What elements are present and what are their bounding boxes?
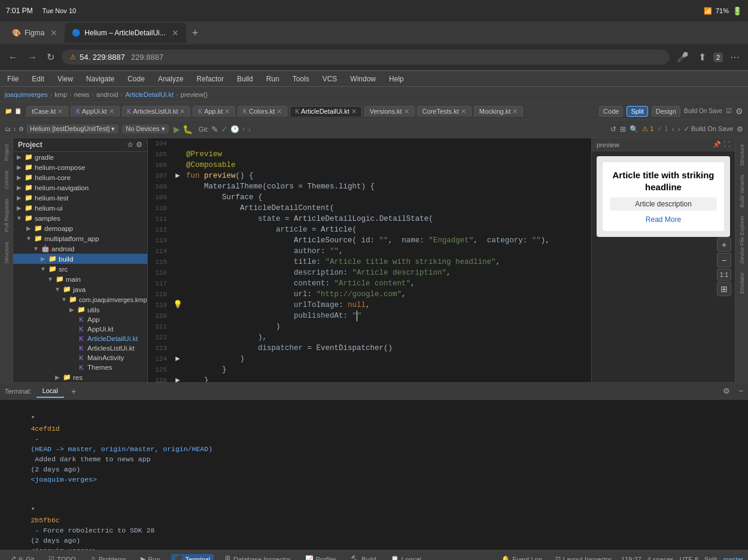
design-view-btn[interactable]: Design bbox=[652, 106, 680, 117]
sync-icon[interactable]: ↕ bbox=[13, 126, 16, 132]
tree-item-build[interactable]: ▶ 📁 build bbox=[13, 254, 147, 264]
settings-icon[interactable]: ⚙ bbox=[735, 106, 743, 116]
tree-item-helium-ui[interactable]: ▶ 📁 helium-ui bbox=[13, 203, 147, 213]
inspect-icon[interactable]: 🔍 bbox=[630, 125, 638, 133]
menu-file[interactable]: File bbox=[5, 74, 21, 84]
git-history-icon[interactable]: 🕐 bbox=[230, 125, 239, 133]
breadcrumb-file[interactable]: ArticleDetailUi.kt bbox=[125, 91, 174, 98]
more-button[interactable]: ⋯ bbox=[728, 49, 742, 65]
breadcrumb-root[interactable]: joaquimverges bbox=[5, 91, 48, 98]
debug-button[interactable]: 🐛 bbox=[183, 124, 193, 134]
menu-edit[interactable]: Edit bbox=[29, 74, 47, 84]
run-button[interactable]: ▶ bbox=[174, 124, 180, 134]
menu-vcs[interactable]: VCS bbox=[320, 74, 340, 84]
preview-expand-icon[interactable]: ⛶ bbox=[723, 141, 730, 148]
tab-mocking-close[interactable]: ✕ bbox=[512, 108, 518, 115]
logcat-status-item[interactable]: 📋 Logcat bbox=[387, 554, 425, 560]
share-button[interactable]: ⬆ bbox=[696, 49, 709, 65]
tab-appui[interactable]: K AppUi.kt ✕ bbox=[71, 106, 119, 117]
tab-versions-close[interactable]: ✕ bbox=[404, 108, 409, 115]
git-branch[interactable]: master bbox=[723, 556, 743, 561]
tab-case[interactable]: tCase.kt ✕ bbox=[26, 106, 68, 117]
menu-run[interactable]: Run bbox=[264, 74, 282, 84]
git-check-icon[interactable]: ✓ bbox=[221, 124, 228, 134]
emulator-icon[interactable]: Emulator bbox=[738, 269, 746, 297]
menu-help[interactable]: Help bbox=[387, 74, 406, 84]
more-actions-icon[interactable]: ⚙ bbox=[737, 125, 743, 133]
back-button[interactable]: ← bbox=[6, 50, 20, 65]
tab-helium[interactable]: 🔵 Helium – ArticleDetailUi... ✕ bbox=[65, 23, 186, 43]
tab-app[interactable]: K App.kt ✕ bbox=[193, 106, 235, 117]
tab-coretests-close[interactable]: ✕ bbox=[461, 108, 466, 115]
tree-item-multiplatform[interactable]: ▼ 📁 multiplatform_app bbox=[13, 233, 147, 244]
code-editor[interactable]: 104 105 @Preview 106 @Composable 107 ▶ f… bbox=[148, 138, 591, 382]
next-change-icon[interactable]: › bbox=[678, 125, 680, 133]
tree-action-1[interactable]: ☆ bbox=[127, 141, 133, 149]
tree-action-2[interactable]: ⚙ bbox=[136, 141, 142, 149]
device-file-icon[interactable]: Device File Explorer bbox=[738, 212, 746, 267]
git-icon[interactable]: ✎ bbox=[211, 124, 218, 134]
reload-button[interactable]: ↻ bbox=[44, 49, 57, 65]
tree-item-gradle[interactable]: ▶ 📁 gradle bbox=[13, 152, 147, 162]
db-inspector-status-item[interactable]: 🗄 Database Inspector bbox=[221, 555, 294, 561]
structure-right-icon[interactable]: Structure bbox=[738, 141, 746, 170]
cog-icon[interactable]: ⚙ bbox=[19, 126, 24, 132]
tab-app-close[interactable]: ✕ bbox=[224, 108, 230, 115]
tree-item-samples[interactable]: ▼ 📁 samples bbox=[13, 213, 147, 223]
tabs-count-button[interactable]: 2 bbox=[713, 53, 723, 62]
tab-articleslist-close[interactable]: ✕ bbox=[180, 108, 185, 115]
tab-helium-close[interactable]: ✕ bbox=[172, 28, 179, 38]
tree-item-main[interactable]: ▼ 📁 main bbox=[13, 274, 147, 284]
run-status-item[interactable]: ▶ Run bbox=[137, 554, 163, 560]
menu-navigate[interactable]: Navigate bbox=[84, 74, 117, 84]
tree-item-themes[interactable]: K Themes bbox=[13, 363, 147, 372]
tree-item-helium-compose[interactable]: ▶ 📁 helium-compose bbox=[13, 162, 147, 172]
tab-mocking[interactable]: Mocking.kt ✕ bbox=[474, 106, 524, 117]
tree-item-articledetail-kt[interactable]: K ArticleDetailUi.kt bbox=[13, 334, 147, 343]
git-pull-icon[interactable]: ↓ bbox=[248, 125, 251, 133]
tab-colors[interactable]: K Colors.kt ✕ bbox=[238, 106, 287, 117]
project-nav-icon[interactable]: 🗂 bbox=[5, 126, 11, 132]
menu-tools[interactable]: Tools bbox=[290, 74, 312, 84]
menu-code[interactable]: Code bbox=[125, 74, 147, 84]
refresh-icon[interactable]: ↺ bbox=[610, 125, 616, 133]
terminal-tab-local[interactable]: Local bbox=[37, 385, 64, 398]
breadcrumb-android[interactable]: android bbox=[96, 91, 118, 98]
tree-item-package[interactable]: ▼ 📁 com.joaquimverges.kmp bbox=[13, 294, 147, 305]
new-tab-button[interactable]: + bbox=[188, 26, 202, 41]
menu-window[interactable]: Window bbox=[348, 74, 378, 84]
tab-appui-close[interactable]: ✕ bbox=[109, 108, 114, 115]
tab-figma-close[interactable]: ✕ bbox=[50, 28, 57, 38]
tree-item-java[interactable]: ▼ 📁 java bbox=[13, 284, 147, 294]
tree-item-utils[interactable]: ▶ 📁 utils bbox=[13, 305, 147, 315]
tree-item-res[interactable]: ▶ 📁 res bbox=[13, 372, 147, 382]
breadcrumb-news[interactable]: news bbox=[74, 91, 90, 98]
preview-pin-icon[interactable]: 📌 bbox=[713, 141, 721, 148]
new-terminal-button[interactable]: + bbox=[71, 386, 76, 396]
tree-item-demoapp[interactable]: ▶ 📁 demoapp bbox=[13, 223, 147, 233]
preview-read-more[interactable]: Read More bbox=[610, 215, 717, 224]
tree-item-android[interactable]: ▼ 🤖 android bbox=[13, 244, 147, 254]
split-view-btn[interactable]: Split bbox=[627, 106, 647, 117]
event-log-item[interactable]: 🔔 Event Log bbox=[498, 554, 546, 560]
forward-button[interactable]: → bbox=[25, 50, 39, 65]
project-icon[interactable]: 📁 bbox=[5, 108, 12, 114]
tree-item-appui-kt[interactable]: K AppUi.kt bbox=[13, 324, 147, 334]
profiler-status-item[interactable]: 📈 Profiler bbox=[302, 554, 340, 560]
zoom-out-button[interactable]: − bbox=[717, 253, 731, 267]
terminal-settings-icon[interactable]: ⚙ bbox=[723, 386, 730, 395]
menu-build[interactable]: Build bbox=[235, 74, 256, 84]
layout-inspector-item[interactable]: ⊡ Layout Inspector bbox=[552, 554, 615, 560]
build-on-save-toggle[interactable]: ☑ bbox=[726, 107, 732, 115]
tree-item-helium-core[interactable]: ▶ 📁 helium-core bbox=[13, 172, 147, 182]
problems-status-item[interactable]: ⚠ Problems bbox=[87, 554, 130, 560]
menu-view[interactable]: View bbox=[55, 74, 75, 84]
zoom-fit-button[interactable]: ⊞ bbox=[717, 282, 731, 296]
terminal-minimize-icon[interactable]: − bbox=[738, 386, 743, 395]
project-panel-icon[interactable]: Project bbox=[2, 141, 11, 165]
tab-case-close[interactable]: ✕ bbox=[57, 108, 63, 115]
commit-panel-icon[interactable]: Commit bbox=[2, 167, 11, 193]
layout-icon[interactable]: ⊞ bbox=[620, 125, 626, 133]
tab-articledetail[interactable]: K ArticleDetailUi.kt ✕ bbox=[290, 106, 361, 117]
git-status-item[interactable]: ⎇ 9: Git bbox=[5, 554, 38, 560]
